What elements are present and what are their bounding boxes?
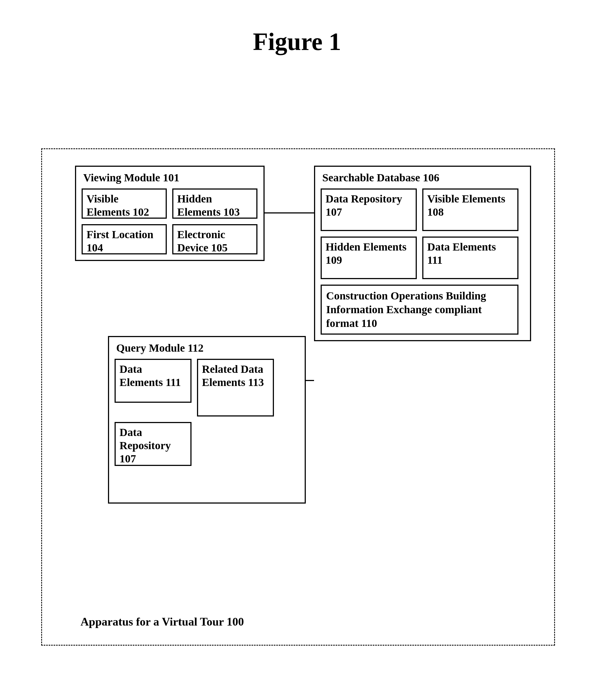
box-data-repository-107-q: Data Repository 107 <box>114 422 192 466</box>
searchable-database: Searchable Database 106 Data Repository … <box>314 166 531 341</box>
box-data-elements-111: Data Elements 111 <box>422 237 519 279</box>
box-cobie-format-110: Construction Operations Building Informa… <box>321 285 519 335</box>
query-module-title: Query Module 112 <box>114 341 299 355</box>
viewing-module: Viewing Module 101 Visible Elements 102 … <box>75 166 265 261</box>
box-hidden-elements-109: Hidden Elements 109 <box>321 237 417 279</box>
box-data-repository-107: Data Repository 107 <box>321 189 417 231</box>
box-first-location-104: First Location 104 <box>81 224 167 255</box>
box-electronic-device-105: Electronic Device 105 <box>172 224 258 255</box>
connector-query-to-database <box>306 380 314 381</box>
box-visible-elements-102: Visible Elements 102 <box>81 189 167 219</box>
box-related-data-elements-113: Related Data Elements 113 <box>197 359 274 416</box>
query-module: Query Module 112 Data Elements 111 Relat… <box>108 336 306 504</box>
box-hidden-elements-103: Hidden Elements 103 <box>172 189 258 219</box>
viewing-module-title: Viewing Module 101 <box>81 171 258 184</box>
connector-viewing-to-database <box>265 212 314 213</box>
apparatus-container: Viewing Module 101 Visible Elements 102 … <box>41 148 555 645</box>
searchable-database-title: Searchable Database 106 <box>321 171 525 184</box>
box-visible-elements-108: Visible Elements 108 <box>422 189 519 231</box>
apparatus-label: Apparatus for a Virtual Tour 100 <box>80 615 244 628</box>
box-data-elements-111-q: Data Elements 111 <box>114 359 192 403</box>
figure-title: Figure 1 <box>0 28 594 56</box>
